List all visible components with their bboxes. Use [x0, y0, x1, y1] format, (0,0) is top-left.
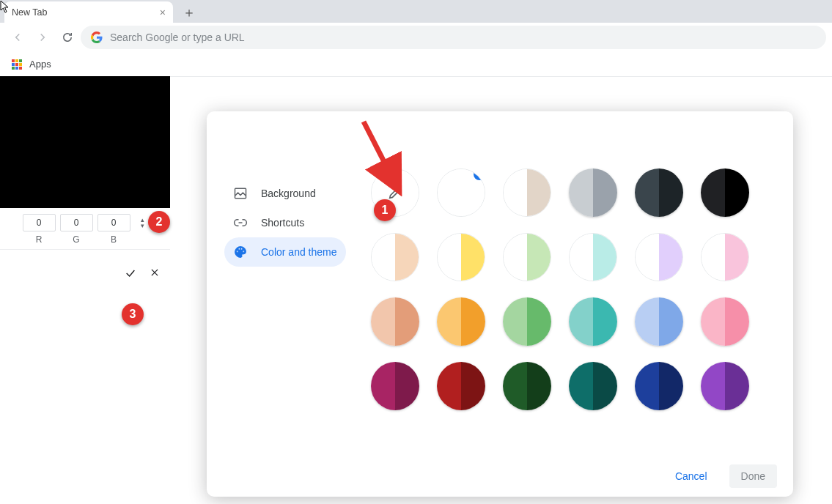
done-button[interactable]: Done — [729, 464, 777, 488]
theme-swatch-2[interactable] — [503, 168, 551, 217]
theme-swatch-20[interactable] — [503, 362, 551, 410]
tab-title: New Tab — [12, 7, 47, 18]
theme-swatch-3[interactable] — [569, 168, 617, 217]
nav-label: Shortcuts — [261, 217, 304, 229]
new-tab-button[interactable]: ＋ — [180, 4, 198, 21]
browser-tab[interactable]: New Tab × — [4, 1, 173, 23]
cancel-color-button[interactable] — [150, 267, 163, 279]
theme-swatch-8[interactable] — [503, 233, 551, 281]
r-value-field[interactable]: 0 — [23, 214, 56, 231]
palette-icon — [233, 245, 248, 259]
annotation-callout-2: 2 — [148, 211, 170, 233]
theme-swatch-12[interactable] — [371, 297, 419, 346]
color-picker-panel: 0 0 0 ▴▾ R G B — [0, 76, 170, 285]
theme-swatch-7[interactable] — [437, 233, 485, 281]
tab-strip: New Tab × ＋ — [0, 0, 832, 23]
omnibox-placeholder: Search Google or type a URL — [110, 32, 245, 43]
theme-swatch-6[interactable] — [371, 233, 419, 281]
omnibox[interactable]: Search Google or type a URL — [81, 26, 826, 49]
theme-swatch-4[interactable] — [635, 168, 683, 217]
theme-color-grid — [371, 168, 778, 410]
annotation-callout-3: 3 — [122, 303, 144, 325]
toolbar: Search Google or type a URL — [0, 23, 832, 52]
annotation-callout-1: 1 — [374, 199, 396, 221]
theme-swatch-19[interactable] — [437, 362, 485, 410]
nav-item-shortcuts[interactable]: Shortcuts — [224, 208, 346, 237]
r-label: R — [23, 234, 56, 245]
link-icon — [233, 215, 248, 230]
confirm-color-button[interactable] — [125, 267, 138, 279]
nav-label: Color and theme — [261, 246, 337, 258]
dialog-sidebar: Background Shortcuts Color and theme — [207, 111, 353, 497]
g-value-field[interactable]: 0 — [60, 214, 93, 231]
theme-swatch-5[interactable] — [701, 168, 749, 217]
theme-swatch-17[interactable] — [701, 297, 749, 346]
theme-swatch-16[interactable] — [635, 297, 683, 346]
color-swatch-canvas[interactable] — [0, 76, 170, 208]
google-g-icon — [91, 32, 103, 43]
theme-swatch-9[interactable] — [569, 233, 617, 281]
b-label: B — [97, 234, 130, 245]
nav-item-background[interactable]: Background — [224, 179, 346, 208]
color-format-stepper[interactable]: ▴▾ — [138, 217, 148, 229]
background-icon — [233, 186, 248, 201]
b-value-field[interactable]: 0 — [97, 214, 130, 231]
reload-button[interactable] — [56, 26, 79, 49]
forward-button[interactable] — [31, 26, 54, 49]
close-tab-icon[interactable]: × — [160, 7, 166, 18]
theme-swatch-14[interactable] — [503, 297, 551, 346]
dialog-buttons: Cancel Done — [371, 459, 778, 488]
theme-swatch-23[interactable] — [701, 362, 749, 410]
apps-bookmark[interactable]: Apps — [29, 59, 51, 70]
customize-dialog: Background Shortcuts Color and theme Can… — [207, 111, 793, 497]
theme-swatch-1[interactable] — [437, 168, 485, 217]
cancel-button[interactable]: Cancel — [663, 464, 719, 488]
selected-check-icon — [472, 168, 485, 182]
theme-swatch-15[interactable] — [569, 297, 617, 346]
nav-item-color-theme[interactable]: Color and theme — [224, 237, 346, 267]
nav-label: Background — [261, 188, 316, 199]
theme-swatch-13[interactable] — [437, 297, 485, 346]
bookmarks-bar: Apps — [0, 52, 832, 77]
theme-swatch-10[interactable] — [635, 233, 683, 281]
svg-rect-0 — [235, 188, 246, 198]
apps-grid-icon[interactable] — [12, 59, 22, 70]
mouse-cursor-icon — [0, 0, 10, 13]
dialog-main: Cancel Done — [353, 111, 793, 497]
back-button[interactable] — [6, 26, 29, 49]
theme-swatch-22[interactable] — [635, 362, 683, 410]
g-label: G — [60, 234, 93, 245]
theme-swatch-18[interactable] — [371, 362, 419, 410]
theme-swatch-11[interactable] — [701, 233, 749, 281]
theme-swatch-21[interactable] — [569, 362, 617, 410]
